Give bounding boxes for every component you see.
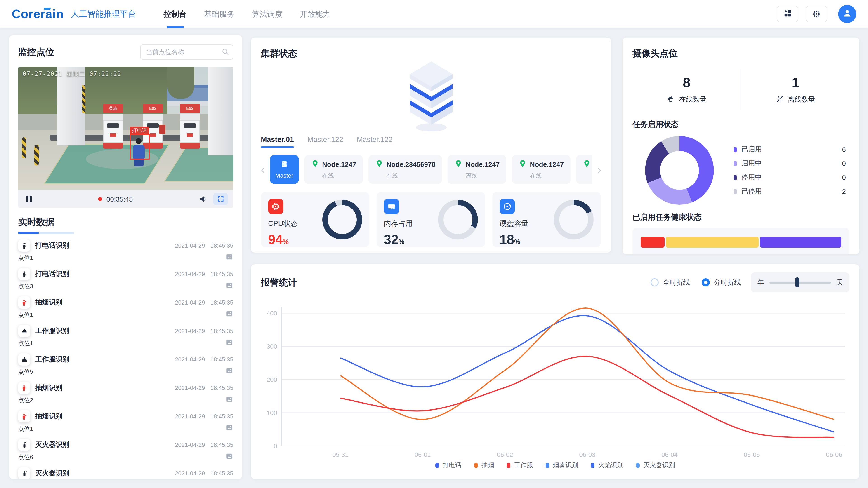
alert-date: 2021-04-29 [175,328,205,334]
master-chip[interactable]: Master [270,155,299,184]
scene-pillar [57,67,85,145]
chevron-right-icon[interactable]: › [597,164,601,175]
legend-value: 6 [831,145,846,153]
image-icon[interactable] [225,424,233,433]
legend-value: 0 [831,173,846,181]
master-tab-Master.122[interactable]: Master.122 [357,135,393,148]
node-chip[interactable]: Node.1247在线 [304,155,363,184]
chart-legend-item-烟雾识别[interactable]: 烟雾识别 [546,461,578,469]
legend-label: 已停用 [741,187,831,196]
chevron-left-icon[interactable]: ‹ [261,164,265,175]
pump-sign: E92 [180,104,200,113]
search-input[interactable] [140,44,233,60]
alert-type: 抽烟识别 [35,384,175,392]
image-icon[interactable] [225,310,233,320]
donut-legend-item[interactable]: 停用中0 [734,173,849,182]
list-item[interactable]: 灭火器识别2021-04-2918:45:35点位6 [18,467,233,479]
list-item[interactable]: 抽烟识别2021-04-2918:45:35点位1 [18,410,233,433]
tab-算法调度[interactable]: 算法调度 [243,0,291,28]
video-player: 柴油 E92 E92 [18,67,233,208]
node-chips: MasterNode.1247在线Node.23456978在线Node.124… [270,155,592,184]
chart-line-抽烟 [340,308,834,420]
corerain-logo[interactable]: Corerain [12,7,64,21]
donut-legend-item[interactable]: 已停用2 [734,187,849,196]
realtime-header: 实时数据 [18,216,233,234]
radio-unchecked-icon[interactable] [651,278,659,287]
node-status: 在线 [311,171,356,180]
video-frame[interactable]: 柴油 E92 E92 [18,67,233,190]
mode-radio-分时折线[interactable]: 分时折线 [702,278,741,287]
chart-legend: 打电话抽烟工作服烟雾识别火焰识别灭火器识别 [261,461,849,469]
slider-track[interactable] [770,281,831,284]
alarm-panel: 报警统计 全时折线分时折线 年 天 010020030040005-3106-0… [251,264,860,479]
node-row: ‹ MasterNode.1247在线Node.23456978在线Node.1… [261,155,601,184]
realtime-list: 打电话识别2021-04-2918:45:35点位1打电话识别2021-04-2… [18,239,233,479]
list-item-line1: 抽烟识别2021-04-2918:45:35 [18,410,233,422]
donut-legend-item[interactable]: 启用中0 [734,159,849,168]
chart-legend-item-打电话[interactable]: 打电话 [435,461,462,469]
person-phone-icon [18,268,30,280]
search-icon[interactable] [221,48,229,57]
node-chip[interactable]: Node.1247在线 [512,155,570,184]
slider-thumb[interactable] [795,277,799,287]
offline-link-icon [776,95,784,104]
volume-button[interactable] [199,195,208,203]
list-item[interactable]: 抽烟识别2021-04-2918:45:35点位1 [18,296,233,320]
line-chart-svg: 010020030040005-3106-0106-0206-0306-0406… [261,297,849,459]
legend-label: 火焰识别 [598,461,623,469]
image-icon[interactable] [225,338,233,348]
legend-dot [734,147,737,152]
list-item-line1: 灭火器识别2021-04-2918:45:35 [18,467,233,479]
node-pin-icon [583,159,591,169]
alert-type: 工作服识别 [35,327,175,335]
alarm-line-chart: 010020030040005-3106-0106-0206-0306-0406… [261,297,849,460]
chart-legend-item-抽烟[interactable]: 抽烟 [474,461,494,469]
alert-location: 点位1 [18,339,33,347]
node-chip[interactable]: Node.1247在线 [576,155,592,184]
list-item[interactable]: 打电话识别2021-04-2918:45:35点位3 [18,268,233,291]
image-icon[interactable] [225,395,233,405]
resource-label: 硬盘容量 [500,219,528,229]
node-pin-icon [519,159,527,169]
user-avatar[interactable] [838,5,856,23]
settings-button[interactable]: ⚙ [806,6,827,22]
list-item[interactable]: 抽烟识别2021-04-2918:45:35点位2 [18,382,233,405]
chart-legend-item-火焰识别[interactable]: 火焰识别 [591,461,623,469]
list-item[interactable]: 工作服识别2021-04-2918:45:35点位1 [18,325,233,348]
list-item[interactable]: 灭火器识别2021-04-2918:45:35点位6 [18,439,233,462]
fullscreen-button[interactable] [213,193,228,205]
tab-开放能力[interactable]: 开放能力 [291,0,339,28]
image-icon[interactable] [225,367,233,377]
alert-location: 点位5 [18,367,33,376]
list-item[interactable]: 打电话识别2021-04-2918:45:35点位1 [18,239,233,263]
tab-基础服务[interactable]: 基础服务 [195,0,243,28]
tab-控制台[interactable]: 控制台 [155,0,195,28]
resource-card-left: 硬盘容量18% [500,199,528,240]
master-tab-Master.122[interactable]: Master.122 [307,135,343,148]
smoking-icon [18,410,30,422]
video-timestamp: 07-27-2021 星期二 07:22:22 [23,70,121,78]
node-chip[interactable]: Node.23456978在线 [368,155,442,184]
resource-card-内存占用: 内存占用32% [377,192,485,247]
pause-button[interactable] [26,195,32,202]
image-icon[interactable] [225,452,233,462]
chart-legend-item-工作服[interactable]: 工作服 [507,461,533,469]
image-icon[interactable] [225,282,233,291]
alarm-title: 报警统计 [261,276,297,289]
list-item[interactable]: 工作服识别2021-04-2918:45:35点位5 [18,353,233,377]
image-icon[interactable] [225,253,233,263]
resource-card-硬盘容量: 硬盘容量18% [492,192,601,247]
resource-label: 内存占用 [384,219,413,229]
node-chip[interactable]: Node.1247离线 [447,155,506,184]
alert-location: 点位1 [18,311,33,319]
list-item-line2: 点位5 [18,367,233,377]
gear-icon: ⚙ [812,9,820,19]
mode-radio-全时折线[interactable]: 全时折线 [651,278,690,287]
chart-legend-item-灭火器识别[interactable]: 灭火器识别 [636,461,675,469]
master-tab-Master.01[interactable]: Master.01 [261,135,294,148]
list-item-line2: 点位1 [18,253,233,263]
apps-button[interactable] [777,6,798,22]
radio-checked-icon[interactable] [702,278,710,287]
realtime-title: 实时数据 [18,216,233,228]
donut-legend-item[interactable]: 已启用6 [734,145,849,154]
